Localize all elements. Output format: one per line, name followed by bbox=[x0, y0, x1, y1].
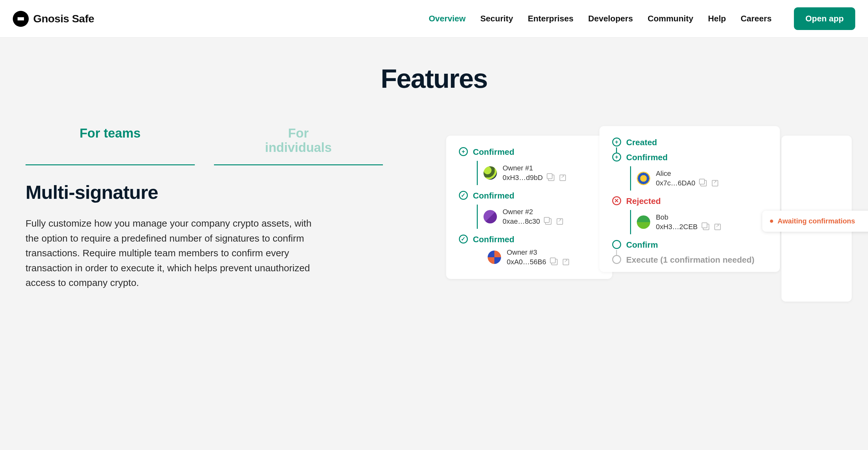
status-label: Execute (1 confirmation needed) bbox=[626, 255, 755, 265]
awaiting-confirmations-banner: Awaiting confirmations bbox=[762, 211, 868, 232]
timeline-row: ✓ Confirmed bbox=[459, 234, 599, 245]
timeline-row: + Confirmed bbox=[459, 147, 599, 157]
owner-address: 0xH3…2CEB bbox=[656, 223, 698, 231]
owner-name: Bob bbox=[656, 213, 721, 222]
owner-block: Bob 0xH3…2CEB bbox=[626, 210, 767, 234]
owner-name: Owner #3 bbox=[507, 248, 569, 257]
tab-for-teams[interactable]: For teams bbox=[26, 126, 195, 165]
copy-icon[interactable] bbox=[545, 218, 552, 225]
nav-enterprises[interactable]: Enterprises bbox=[528, 14, 574, 24]
nav-community[interactable]: Community bbox=[648, 14, 693, 24]
status-label: Confirmed bbox=[473, 234, 515, 245]
owner-address: 0xH3…d9bD bbox=[503, 173, 543, 182]
plus-circle-icon: + bbox=[612, 137, 621, 147]
status-label: Confirmed bbox=[473, 147, 515, 157]
check-circle-icon: ✓ bbox=[459, 191, 468, 200]
confirmation-card-left: + Confirmed Owner #1 0xH3…d9bD bbox=[446, 136, 612, 279]
copy-icon[interactable] bbox=[551, 259, 558, 265]
avatar bbox=[484, 210, 497, 223]
status-label: Rejected bbox=[626, 196, 661, 206]
logo[interactable]: Gnosis Safe bbox=[13, 11, 94, 27]
status-label: Confirm bbox=[626, 240, 658, 250]
open-app-button[interactable]: Open app bbox=[794, 7, 855, 30]
avatar bbox=[484, 166, 497, 180]
banner-text: Awaiting confirmations bbox=[778, 217, 855, 225]
timeline-row: ✕ Rejected bbox=[612, 196, 767, 206]
owner-name: Alice bbox=[656, 169, 718, 178]
timeline-row: + Confirmed bbox=[612, 153, 767, 162]
status-label: Confirmed bbox=[626, 153, 668, 162]
nav-developers[interactable]: Developers bbox=[588, 14, 633, 24]
external-link-icon[interactable] bbox=[559, 174, 566, 181]
external-link-icon[interactable] bbox=[557, 218, 563, 225]
avatar bbox=[637, 172, 650, 185]
feature-title: Multi-signature bbox=[26, 181, 401, 203]
plus-circle-icon: + bbox=[612, 153, 621, 161]
owner-address: 0x7c…6DA0 bbox=[656, 179, 695, 187]
page-title: Features bbox=[26, 63, 842, 94]
owner-block: Owner #3 0xA0…56B6 bbox=[473, 248, 599, 266]
feature-desc: Fully customize how you manage your comp… bbox=[26, 216, 326, 290]
timeline-row: + Created bbox=[612, 137, 767, 148]
external-link-icon[interactable] bbox=[714, 224, 721, 230]
circle-icon bbox=[612, 255, 621, 264]
copy-icon[interactable] bbox=[548, 174, 554, 181]
external-link-icon[interactable] bbox=[563, 259, 569, 265]
status-label: Created bbox=[626, 137, 657, 148]
nav-overview[interactable]: Overview bbox=[429, 14, 466, 24]
owner-address: 0xA0…56B6 bbox=[507, 258, 547, 266]
timeline-row: ✓ Confirmed bbox=[459, 191, 599, 201]
owner-name: Owner #1 bbox=[503, 164, 566, 172]
timeline-row: Confirm bbox=[612, 240, 767, 250]
circle-icon bbox=[612, 240, 621, 249]
copy-icon[interactable] bbox=[703, 224, 709, 230]
logo-text: Gnosis Safe bbox=[33, 12, 94, 25]
owner-name: Owner #2 bbox=[503, 208, 563, 216]
confirmation-card-right: + Created + Confirmed Alice bbox=[599, 126, 780, 272]
owner-block: Owner #1 0xH3…d9bD bbox=[473, 161, 599, 185]
nav-careers[interactable]: Careers bbox=[741, 14, 772, 24]
status-dot-icon bbox=[770, 220, 773, 223]
top-nav: Overview Security Enterprises Developers… bbox=[429, 7, 855, 30]
avatar bbox=[637, 216, 650, 229]
plus-circle-icon: + bbox=[459, 147, 468, 156]
nav-help[interactable]: Help bbox=[708, 14, 726, 24]
status-label: Confirmed bbox=[473, 191, 515, 201]
owner-block: Owner #2 0xae…8c30 bbox=[473, 204, 599, 229]
owner-address: 0xae…8c30 bbox=[503, 217, 540, 226]
timeline-row: Execute (1 confirmation needed) bbox=[612, 255, 767, 265]
external-link-icon[interactable] bbox=[712, 180, 718, 186]
owner-block: Alice 0x7c…6DA0 bbox=[626, 166, 767, 191]
nav-security[interactable]: Security bbox=[480, 14, 513, 24]
check-circle-icon: ✓ bbox=[459, 234, 468, 244]
copy-icon[interactable] bbox=[700, 180, 707, 186]
logo-icon bbox=[13, 11, 29, 27]
tab-for-individuals[interactable]: For individuals bbox=[214, 126, 383, 165]
x-circle-icon: ✕ bbox=[612, 196, 621, 205]
avatar bbox=[488, 251, 501, 264]
